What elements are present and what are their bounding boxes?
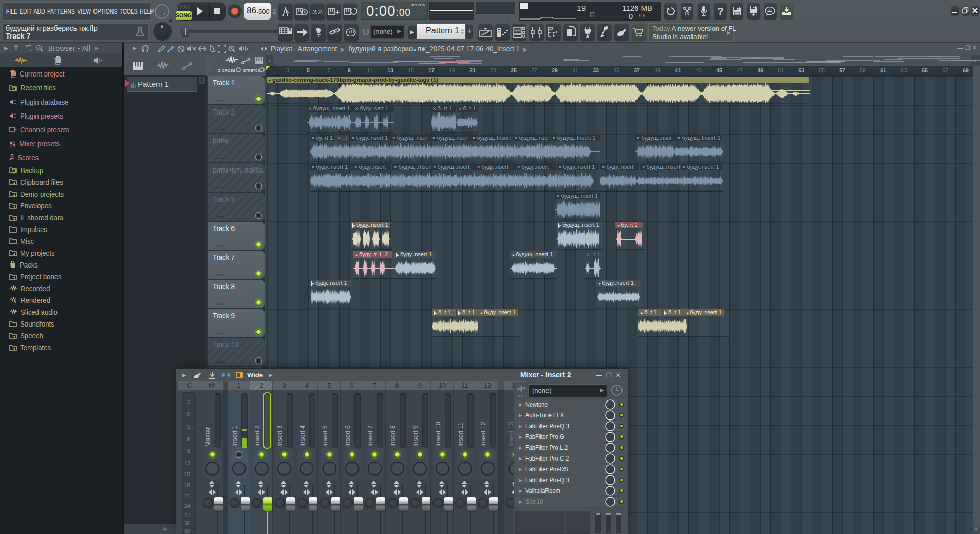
svg-text:3.2.1: 3.2.1 xyxy=(312,8,324,16)
